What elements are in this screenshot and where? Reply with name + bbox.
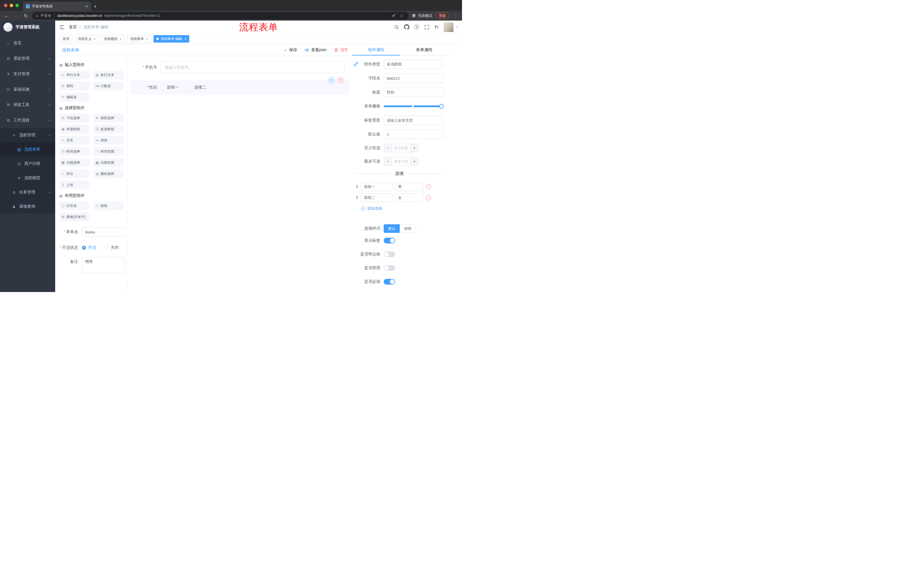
view-json-button[interactable]: 查看json	[304, 48, 327, 53]
palette-item-color-picker[interactable]: ◍颜色选择	[94, 169, 124, 178]
decrease-button[interactable]: −	[384, 158, 392, 165]
form-name-input[interactable]	[82, 227, 125, 237]
back-icon[interactable]: ←	[3, 13, 10, 18]
sidebar-item-home[interactable]: ⌂ 首页	[0, 35, 55, 51]
hamburger-icon[interactable]	[59, 24, 65, 30]
user-avatar[interactable]	[444, 22, 454, 32]
clear-button[interactable]: 清空	[334, 48, 348, 53]
palette-item-time-range[interactable]: ◔时间范围	[94, 147, 124, 156]
sidebar-item-payment[interactable]: ¥ 支付管理 ∨	[0, 66, 55, 82]
sidebar-item-system[interactable]: ⚙ 系统管理 ∨	[0, 51, 55, 66]
palette-item-rate[interactable]: ☆评分	[59, 169, 89, 178]
slider-handle[interactable]	[439, 104, 444, 109]
form-field-gender[interactable]: *性别 选项一 选项二	[130, 80, 349, 95]
status-radio-off[interactable]: 关闭	[105, 243, 119, 250]
palette-item-editor[interactable]: ✎编辑器	[59, 93, 89, 102]
zoom-window-button[interactable]	[15, 4, 19, 7]
min-select-input[interactable]	[392, 144, 410, 152]
drag-handle-icon[interactable]: ⠿	[356, 184, 358, 189]
required-toggle[interactable]	[384, 279, 395, 285]
update-button[interactable]: 更新	[435, 12, 450, 19]
avatar-caret-icon[interactable]: ∨	[456, 25, 458, 29]
grid-slider[interactable]	[384, 102, 444, 111]
palette-item-slider[interactable]: ⊷滑块	[94, 136, 124, 145]
remove-option-button[interactable]: −	[426, 184, 431, 189]
delete-field-button[interactable]	[337, 77, 344, 84]
font-size-icon[interactable]: TT	[434, 25, 439, 30]
palette-item-checkbox-group[interactable]: ☑多选框组	[94, 125, 124, 133]
bookmark-star-icon[interactable]: ☆	[398, 13, 405, 18]
palette-item-single-text[interactable]: ▭单行文本	[59, 71, 89, 79]
page-tab-process-model[interactable]: 流程模型 ×	[101, 35, 125, 43]
gender-checkbox-option1[interactable]: 选项一	[160, 85, 179, 90]
palette-item-password[interactable]: ⊟密码	[59, 82, 89, 90]
phone-input[interactable]	[160, 62, 345, 73]
sidebar-item-leave-query[interactable]: ♟ 请假查询	[0, 199, 55, 214]
form-field-phone[interactable]: *手机号	[130, 62, 349, 73]
increase-button[interactable]: +	[410, 158, 418, 165]
option1-label-input[interactable]	[361, 183, 393, 191]
page-tab-process-form-edit[interactable]: 流程表单-编辑 ×	[153, 35, 190, 43]
page-tab-home[interactable]: 首页	[60, 35, 72, 43]
sidebar-item-task-mgmt[interactable]: ⋔ 任务管理 ∨	[0, 185, 55, 199]
palette-item-radio-group[interactable]: ◉单选框组	[59, 125, 89, 133]
help-icon[interactable]: ?	[414, 25, 419, 30]
field-name-input[interactable]	[384, 74, 444, 83]
border-toggle[interactable]	[384, 252, 395, 257]
new-tab-button[interactable]: +	[94, 4, 97, 10]
status-radio-on[interactable]: 开启	[82, 243, 96, 250]
option2-label-input[interactable]	[361, 193, 393, 202]
breadcrumb-home[interactable]: 首页	[69, 25, 77, 30]
tab-close-icon[interactable]: ×	[185, 37, 187, 41]
option2-value-input[interactable]	[395, 193, 424, 202]
tab-component-props[interactable]: 组件属性	[352, 44, 400, 56]
gender-checkbox-option2[interactable]: 选项二	[188, 85, 206, 90]
github-icon[interactable]	[404, 24, 409, 30]
tab-close-icon[interactable]: ×	[94, 37, 96, 41]
sidebar-item-process-mgmt[interactable]: ≡ 流程管理 ∧	[0, 128, 55, 142]
max-select-input[interactable]	[392, 158, 410, 165]
palette-item-dropdown[interactable]: ⊙下拉选择	[59, 114, 89, 122]
tab-close-icon[interactable]: ×	[86, 4, 88, 8]
palette-item-switch[interactable]: ◐开关	[59, 136, 89, 145]
search-icon[interactable]	[394, 24, 399, 30]
sidebar-item-workflow[interactable]: ≣ 工作流程 ∧	[0, 113, 55, 128]
tab-close-icon[interactable]: ×	[120, 37, 122, 41]
component-type-select[interactable]: 多选框组 ∨	[384, 60, 444, 69]
reload-icon[interactable]: ↻	[22, 13, 29, 18]
palette-item-cascader[interactable]: ⋔级联选择	[94, 114, 124, 122]
fullscreen-icon[interactable]	[424, 24, 429, 30]
palette-item-date-picker[interactable]: ▦日期选择	[59, 158, 89, 167]
palette-item-multi-text[interactable]: ▤多行文本	[94, 71, 124, 79]
page-tab-process-form[interactable]: 流程表单 ×	[127, 35, 151, 43]
style-default-button[interactable]: 默认	[384, 224, 400, 233]
sidebar-item-infra[interactable]: ⊡ 基础设施 ∨	[0, 82, 55, 97]
password-key-icon[interactable]	[392, 13, 396, 18]
duplicate-field-button[interactable]	[328, 77, 335, 84]
palette-item-upload[interactable]: ↥上传	[59, 181, 89, 189]
close-window-button[interactable]	[4, 4, 7, 7]
sidebar-item-devtools[interactable]: ⚒ 研发工具 ∨	[0, 97, 55, 113]
palette-item-counter[interactable]: 123计数器	[94, 82, 124, 90]
add-option-button[interactable]: + 添加选项	[361, 206, 444, 211]
tab-close-icon[interactable]: ×	[146, 37, 148, 41]
forward-icon[interactable]: →	[13, 13, 20, 18]
drag-handle-icon[interactable]: ⠿	[356, 196, 358, 200]
save-button[interactable]: ✓ 保存	[284, 48, 297, 53]
option1-value-input[interactable]	[395, 183, 424, 191]
sidebar-item-process-form[interactable]: ▤ 流程表单	[0, 142, 55, 156]
label-width-input[interactable]	[384, 116, 444, 125]
show-label-toggle[interactable]	[384, 238, 395, 243]
style-button-button[interactable]: 按钮	[400, 224, 416, 233]
minimize-window-button[interactable]	[10, 4, 13, 7]
browser-tab[interactable]: 芋道管理系统 ×	[23, 2, 91, 11]
form-remark-input[interactable]: 嘿嘿	[82, 257, 125, 273]
decrease-button[interactable]: −	[384, 144, 392, 152]
address-bar[interactable]: ⚠ 不安全 dashboard.yudao.iocoder.cn/bpm/man…	[32, 12, 409, 20]
palette-item-table[interactable]: ⊞表格[开发中]	[59, 212, 89, 221]
default-value-input[interactable]	[384, 130, 444, 139]
sidebar-logo[interactable]: 芋道管理系统	[0, 21, 55, 34]
palette-item-row-container[interactable]: ▢行容器	[59, 201, 89, 210]
disabled-toggle[interactable]	[384, 265, 395, 271]
palette-item-button[interactable]: ▱按钮	[94, 201, 124, 210]
